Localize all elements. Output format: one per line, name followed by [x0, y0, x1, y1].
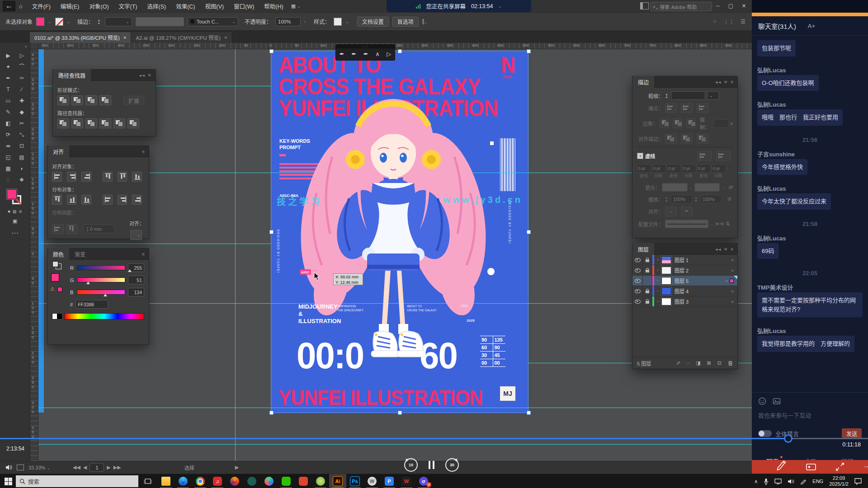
artboard-nav-field[interactable]: 1	[90, 463, 104, 472]
video-progress-handle[interactable]	[784, 434, 793, 443]
video-progress-remaining[interactable]	[788, 438, 868, 439]
image-icon[interactable]	[773, 397, 781, 405]
display-icon[interactable]	[774, 479, 782, 484]
target-icon[interactable]: ○	[731, 268, 737, 273]
hex-field[interactable]: FF3386	[75, 300, 108, 309]
unite-icon[interactable]	[57, 95, 69, 105]
volume-icon[interactable]	[5, 465, 12, 470]
expand-icon[interactable]: ›	[654, 289, 661, 293]
menu-icon[interactable]: ≡	[142, 252, 146, 257]
workspace-switcher-icon[interactable]: ▦ ⌄	[291, 3, 301, 9]
menu-file[interactable]: 文件(F)	[27, 2, 56, 10]
gradient-tab[interactable]: 渐变	[69, 248, 91, 260]
collapse-icon[interactable]: «	[0, 43, 30, 50]
expand-button[interactable]: 扩展	[123, 96, 144, 105]
menu-icon[interactable]: ≡	[731, 247, 734, 252]
b-value[interactable]: 134	[128, 288, 144, 296]
align-center-stroke-icon[interactable]	[665, 134, 677, 144]
preserve-dash-icon[interactable]	[698, 151, 712, 161]
arrow-scale-start[interactable]: 100%	[671, 195, 693, 203]
visibility-icon[interactable]	[632, 255, 643, 265]
distribute-top-icon[interactable]	[52, 195, 62, 205]
pathfinder-tab[interactable]: 路径查找器	[53, 69, 91, 81]
butt-cap-icon[interactable]	[665, 103, 677, 113]
new-layer-icon[interactable]: ⊡	[717, 360, 722, 366]
guide[interactable]	[235, 49, 236, 461]
bevel-join-icon[interactable]	[686, 118, 696, 128]
dock-icon[interactable]: ⫿⌄	[422, 19, 427, 25]
make-mask-icon[interactable]: ◨	[696, 360, 700, 366]
miter-limit-field[interactable]	[713, 119, 729, 128]
start-button[interactable]	[5, 478, 12, 485]
none-mode-icon[interactable]: ⊘	[19, 209, 22, 214]
current-color-swatch[interactable]	[51, 273, 59, 282]
taskbar-search-input[interactable]: 搜索	[16, 475, 138, 487]
divide-icon[interactable]	[57, 118, 69, 128]
type-tool[interactable]: T	[1, 84, 15, 95]
mesh-tool[interactable]: ▦	[1, 163, 15, 174]
guide[interactable]	[38, 444, 752, 445]
stack-icon[interactable]: ⋮⋮	[723, 19, 734, 25]
collapse-icon[interactable]: ◂◂	[715, 80, 722, 84]
menu-type[interactable]: 文字(T)	[114, 2, 142, 10]
fill-stroke-swatches[interactable]	[6, 189, 24, 206]
menu-object[interactable]: 对象(O)	[85, 2, 114, 10]
app-file-explorer[interactable]	[157, 474, 175, 488]
align-outside-stroke-icon[interactable]	[697, 134, 708, 144]
more-tools-icon[interactable]: ⋯	[0, 229, 30, 237]
distribute-bottom-icon[interactable]	[81, 195, 91, 205]
maximize-button[interactable]: ▢	[724, 0, 737, 12]
zoom-level[interactable]: 33.33% ⌄	[28, 465, 50, 470]
add-anchor-icon[interactable]: ✒	[351, 51, 356, 57]
hamburger-icon[interactable]: ☰	[741, 19, 745, 25]
stroke-tab[interactable]: 描边	[632, 76, 654, 88]
visibility-icon[interactable]	[632, 286, 643, 296]
mute-all-toggle[interactable]	[758, 430, 772, 437]
selection-handle[interactable]	[269, 49, 274, 53]
chevron-down-icon[interactable]: ⌄	[499, 4, 502, 9]
ruler-corner[interactable]	[30, 43, 38, 49]
close-button[interactable]: ✕	[737, 0, 750, 12]
align-center-icon[interactable]	[67, 172, 77, 182]
lock-icon[interactable]	[643, 286, 652, 296]
pen-tool-icon[interactable]: ✒	[340, 51, 344, 57]
gradient-mode-icon[interactable]: ▨	[13, 209, 17, 214]
line-segment-tool[interactable]: ∕	[15, 84, 28, 95]
layers-tab[interactable]: 图层	[632, 243, 654, 255]
selection-handle[interactable]	[527, 230, 531, 234]
visibility-icon[interactable]	[632, 296, 643, 306]
fill-swatch[interactable]	[36, 18, 44, 26]
eyedropper-tool[interactable]: ◗	[15, 163, 28, 174]
color-spectrum-bar[interactable]	[64, 313, 144, 319]
card-icon[interactable]	[806, 464, 816, 470]
app-wps[interactable]: W	[398, 474, 415, 488]
pencil-icon[interactable]	[775, 459, 786, 470]
document-tab-inactive[interactable]: A2.ai @ 138.27% (CMYK/CPU 预览) ×	[131, 32, 232, 43]
document-tab-active[interactable]: 0102.ai* @ 33.33% (RGB/CPU 预览) ×	[30, 32, 131, 43]
layer-row[interactable]: › 图层 2 ○	[632, 265, 737, 276]
selection-handle[interactable]	[269, 230, 274, 234]
status-expand-icon[interactable]: ▶	[235, 465, 239, 470]
gamut-swatch[interactable]	[57, 287, 62, 292]
collect-export-icon[interactable]: ⬀	[676, 360, 680, 366]
distribute-right-icon[interactable]	[132, 195, 142, 205]
prev-artboard-icon[interactable]: ◀	[83, 465, 87, 470]
font-size-button[interactable]: A+	[808, 23, 815, 29]
menu-icon[interactable]: ≡	[142, 149, 146, 154]
weight-dropdown[interactable]: ⌄	[707, 91, 719, 100]
language-indicator[interactable]: ENG	[812, 479, 823, 484]
lock-icon[interactable]	[643, 265, 652, 275]
new-sublayer-icon[interactable]: ⊞	[707, 360, 711, 366]
pen-input-icon[interactable]	[800, 478, 807, 484]
v-distribute-space-icon[interactable]	[52, 224, 64, 234]
artboard-tool[interactable]: ❖	[15, 174, 28, 186]
app-purple-badge[interactable]: σ4	[415, 474, 432, 488]
close-icon[interactable]: ✕	[724, 80, 728, 84]
visibility-icon[interactable]	[632, 276, 643, 286]
locate-object-icon[interactable]: ⌕	[687, 360, 689, 366]
guide[interactable]	[38, 244, 271, 244]
selection-handle[interactable]	[527, 49, 531, 53]
align-left-icon[interactable]	[52, 172, 62, 182]
shaper-tool[interactable]: ◆	[15, 107, 28, 118]
profile-dropdown[interactable]	[665, 220, 708, 228]
